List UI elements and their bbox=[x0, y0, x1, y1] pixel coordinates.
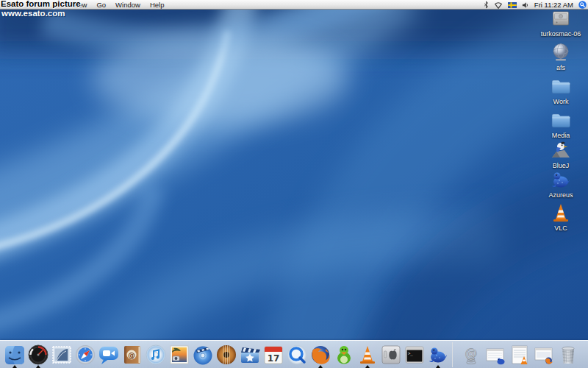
bluej-icon bbox=[538, 139, 584, 161]
vlc-icon bbox=[356, 344, 379, 366]
terminal-icon: >_ bbox=[404, 344, 426, 366]
sysprefs-icon bbox=[380, 344, 402, 366]
dock-item-safari[interactable] bbox=[74, 342, 96, 368]
desktop-icon-media[interactable]: Media bbox=[538, 109, 584, 139]
dock-item-iphoto[interactable] bbox=[168, 342, 190, 368]
desktop-icon-turkosmac-06[interactable]: turkosmac-06 bbox=[538, 7, 584, 38]
finder-icon bbox=[4, 344, 26, 366]
itunes-icon bbox=[145, 344, 167, 366]
dashboard-icon bbox=[27, 344, 49, 366]
desktop-wallpaper bbox=[0, 10, 588, 368]
dock-item-finder[interactable] bbox=[4, 342, 26, 368]
adium-icon bbox=[333, 344, 355, 366]
svg-text:@: @ bbox=[128, 350, 135, 358]
safari-icon bbox=[74, 344, 96, 366]
menu-help[interactable]: Help bbox=[150, 1, 165, 9]
desktop-icon-label: turkosmac-06 bbox=[538, 30, 584, 38]
atspring-icon: @ bbox=[460, 344, 482, 366]
azureus-icon bbox=[538, 169, 584, 191]
dock-item-itunes[interactable] bbox=[145, 342, 167, 368]
dock-item-dashboard[interactable] bbox=[27, 342, 49, 368]
quicktime-icon bbox=[286, 344, 308, 366]
running-indicator bbox=[36, 365, 40, 368]
mail-icon bbox=[51, 344, 73, 366]
dock-item-imovie[interactable] bbox=[239, 342, 261, 368]
menu-bar-menus: ViewGoWindowHelp bbox=[72, 0, 164, 10]
dock-item-minimized-azureus-window[interactable] bbox=[484, 342, 506, 368]
watermark-url: www.esato.com bbox=[1, 9, 65, 18]
dock-item-address-book[interactable]: @ bbox=[121, 342, 143, 368]
dock-item-internet-shortcut[interactable]: @ bbox=[460, 342, 482, 368]
svg-text:>_: >_ bbox=[408, 350, 413, 355]
network-icon bbox=[538, 41, 584, 63]
svg-text:@: @ bbox=[465, 346, 478, 361]
addressbook-icon: @ bbox=[121, 344, 143, 366]
imovie-icon bbox=[239, 344, 261, 366]
menu-bar: ViewGoWindowHelp Fri 11:22 AM bbox=[0, 0, 588, 10]
menu-go[interactable]: Go bbox=[96, 1, 106, 9]
desktop-icon-label: Azureus bbox=[538, 191, 584, 199]
azureus-icon bbox=[427, 344, 449, 366]
running-indicator bbox=[436, 365, 440, 368]
desktop-icon-work[interactable]: Work bbox=[538, 75, 584, 105]
airport-icon[interactable] bbox=[494, 1, 503, 9]
running-indicator bbox=[318, 365, 323, 368]
menu-bar-clock[interactable]: Fri 11:22 AM bbox=[534, 1, 573, 9]
dock-item-minimized-firefox-window[interactable] bbox=[533, 342, 555, 368]
folder-icon bbox=[538, 109, 584, 131]
dock: @17>_ @ bbox=[0, 340, 588, 368]
dock-documents-trash: @ bbox=[460, 342, 579, 368]
garageband-icon bbox=[215, 344, 237, 366]
dock-applications: @17>_ bbox=[4, 342, 449, 368]
dock-separator bbox=[452, 342, 453, 367]
bluetooth-icon[interactable] bbox=[484, 1, 489, 9]
dock-item-firefox[interactable] bbox=[309, 342, 331, 368]
watermark-title: Esato forum picture bbox=[1, 0, 81, 8]
idvd-icon bbox=[192, 344, 214, 366]
minwin-firefox-icon bbox=[533, 344, 555, 366]
dock-item-mail[interactable] bbox=[51, 342, 73, 368]
desktop: ViewGoWindowHelp Fri 11:22 AM Esato foru… bbox=[0, 0, 588, 368]
dock-item-terminal[interactable]: >_ bbox=[404, 342, 426, 368]
harddrive-icon bbox=[538, 7, 584, 29]
dock-item-adium[interactable] bbox=[333, 342, 355, 368]
desktop-icon-azureus[interactable]: Azureus bbox=[538, 169, 584, 199]
dock-item-trash[interactable] bbox=[557, 342, 579, 368]
dock-item-system-preferences[interactable] bbox=[380, 342, 402, 368]
minwin-vlc-icon bbox=[509, 344, 531, 366]
dock-item-vlc[interactable] bbox=[356, 342, 379, 368]
swedish-flag-keyboard-icon[interactable] bbox=[508, 2, 517, 8]
dock-item-ichat[interactable] bbox=[98, 342, 120, 368]
desktop-icon-bluej[interactable]: BlueJ bbox=[538, 139, 584, 169]
dock-item-idvd[interactable] bbox=[192, 342, 214, 368]
dock-item-azureus[interactable] bbox=[427, 342, 449, 368]
spotlight-icon[interactable] bbox=[578, 1, 587, 9]
desktop-icon-label: VLC bbox=[538, 224, 584, 232]
dock-item-garageband[interactable] bbox=[215, 342, 237, 368]
trash-icon bbox=[557, 344, 579, 366]
running-indicator bbox=[365, 365, 370, 368]
vlc-icon bbox=[538, 202, 584, 224]
firefox-icon bbox=[309, 344, 331, 366]
desktop-icon-vlc[interactable]: VLC bbox=[538, 202, 584, 232]
ichat-icon bbox=[98, 344, 120, 366]
ical-icon: 17 bbox=[262, 344, 284, 366]
dock-item-minimized-vlc-window[interactable] bbox=[509, 342, 531, 368]
svg-text:17: 17 bbox=[268, 353, 280, 363]
menu-bar-status-area: Fri 11:22 AM bbox=[484, 0, 587, 10]
running-indicator bbox=[12, 365, 17, 368]
desktop-icon-afs[interactable]: afs bbox=[538, 41, 584, 71]
volume-icon[interactable] bbox=[522, 1, 529, 9]
desktop-icon-label: afs bbox=[538, 64, 584, 71]
dock-item-quicktime-player[interactable] bbox=[286, 342, 308, 368]
menu-window[interactable]: Window bbox=[115, 1, 140, 9]
dock-item-ical[interactable]: 17 bbox=[262, 342, 284, 368]
folder-icon bbox=[538, 75, 584, 97]
minwin-azureus-icon bbox=[484, 344, 506, 366]
desktop-icon-label: Media bbox=[538, 132, 584, 139]
iphoto-icon bbox=[168, 344, 190, 366]
desktop-icon-label: Work bbox=[538, 98, 584, 105]
